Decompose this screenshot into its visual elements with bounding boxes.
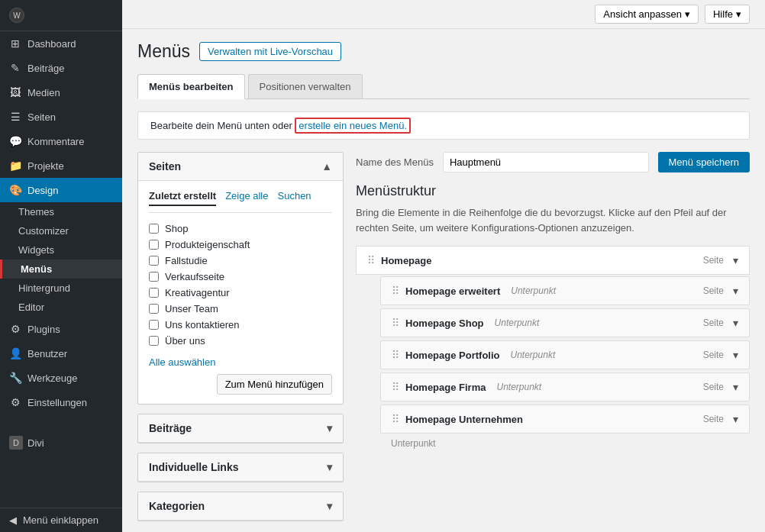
checkbox-shop[interactable]	[149, 224, 159, 234]
drag-handle-icon[interactable]: ⠿	[392, 317, 399, 329]
kategorien-title: Kategorien	[149, 500, 205, 512]
checkbox-fallstudie[interactable]	[149, 256, 159, 266]
sidebar-item-medien[interactable]: 🖼 Medien	[0, 80, 122, 105]
menu-item-homepage-title: Homepage	[381, 255, 431, 266]
dashboard-icon: ⊞	[9, 37, 21, 50]
menu-item-unternehmen-right: Seite ▾	[703, 413, 738, 425]
sidebar-item-projekte[interactable]: 📁 Projekte	[0, 153, 122, 178]
menu-item-unternehmen-left: ⠿ Homepage Unternehmen	[392, 413, 523, 425]
sidebar-sub-widgets[interactable]: Widgets	[0, 240, 122, 260]
menu-structure-title: Menüstruktur	[356, 183, 750, 199]
tab-menues-bearbeiten[interactable]: Menüs bearbeiten	[137, 74, 245, 99]
menu-item-homepage-erweitert: ⠿ Homepage erweitert Unterpunkt Seite ▾	[380, 276, 750, 305]
kategorien-toggle[interactable]: ▾	[327, 500, 332, 512]
zum-menue-hinzufuegen-button[interactable]: Zum Menü hinzufügen	[217, 374, 332, 395]
seiten-item-fallstudie: Fallstudie	[149, 253, 332, 269]
seiten-item-shop: Shop	[149, 221, 332, 237]
checkbox-kreativagentur[interactable]	[149, 288, 159, 298]
unternehmen-subtitle-standalone: Unterpunkt	[380, 437, 750, 450]
drag-handle-icon[interactable]: ⠿	[392, 381, 399, 393]
label-kreativagentur: Kreativagentur	[165, 287, 230, 298]
individuelle-links-toggle[interactable]: ▾	[327, 461, 332, 473]
collapse-menu-button[interactable]: ◀ Menü einklappen	[0, 508, 122, 532]
dropdown-arrow-icon: ▾	[685, 8, 690, 20]
label-ueber-uns: Über uns	[165, 335, 205, 347]
sidebar-sub-themes[interactable]: Themes	[0, 202, 122, 221]
main-content: Ansicht anpassen ▾ Hilfe ▾ Menüs Verwalt…	[122, 0, 765, 532]
sidebar-item-divi[interactable]: D Divi	[0, 430, 122, 456]
sidebar-item-benutzer[interactable]: 👤 Benutzer	[0, 341, 122, 366]
sidebar-sub-hintergrund[interactable]: Hintergrund	[0, 279, 122, 298]
notice-text: Bearbeite dein Menü unten oder	[150, 120, 295, 131]
live-preview-button[interactable]: Verwalten mit Live-Vorschau	[199, 42, 341, 61]
sidebar-item-werkzeuge[interactable]: 🔧 Werkzeuge	[0, 366, 122, 390]
drag-handle-icon[interactable]: ⠿	[367, 254, 375, 266]
menu-name-label: Name des Menüs	[356, 156, 434, 168]
seiten-panel: Seiten ▲ Zuletzt erstellt Zeige alle Suc…	[137, 152, 344, 405]
tab-suchen[interactable]: Suchen	[278, 190, 311, 206]
sidebar-bottom: ◀ Menü einklappen	[0, 508, 122, 532]
sidebar-item-dashboard[interactable]: ⊞ Dashboard	[0, 31, 122, 56]
menue-speichern-button[interactable]: Menü speichern	[658, 152, 750, 172]
sidebar-item-plugins[interactable]: ⚙ Plugins	[0, 317, 122, 341]
sidebar-item-beitraege[interactable]: ✎ Beiträge	[0, 56, 122, 80]
checkbox-verkaufsseite[interactable]	[149, 272, 159, 282]
sidebar-item-seiten[interactable]: ☰ Seiten	[0, 105, 122, 129]
create-menu-link[interactable]: erstelle ein neues Menü.	[295, 118, 411, 134]
menu-item-firma-expand[interactable]: ▾	[733, 381, 738, 393]
menu-item-portfolio-type: Seite	[703, 350, 724, 360]
hilfe-button[interactable]: Hilfe ▾	[705, 5, 750, 24]
seiten-panel-toggle[interactable]: ▲	[321, 160, 332, 172]
checkbox-uns-kontaktieren[interactable]	[149, 320, 159, 330]
menu-item-portfolio-expand[interactable]: ▾	[733, 349, 738, 361]
seiten-panel-links: Alle auswählen	[149, 356, 332, 368]
sidebar-item-label: Werkzeuge	[27, 372, 78, 384]
plugins-icon: ⚙	[9, 323, 21, 335]
beitraege-panel: Beiträge ▾	[137, 414, 344, 443]
drag-handle-icon[interactable]: ⠿	[392, 349, 399, 361]
tab-positionen-verwalten[interactable]: Positionen verwalten	[248, 74, 363, 98]
menu-item-homepage-expand[interactable]: ▾	[733, 254, 738, 266]
page-header: Menüs Verwalten mit Live-Vorschau	[137, 41, 750, 62]
sidebar-item-label: Beiträge	[27, 63, 64, 74]
drag-handle-icon[interactable]: ⠿	[392, 413, 399, 425]
checkbox-ueber-uns[interactable]	[149, 336, 159, 346]
label-fallstudie: Fallstudie	[165, 255, 208, 266]
checkbox-produkteigenschaft[interactable]	[149, 240, 159, 250]
sidebar-sub-menues[interactable]: Menüs	[0, 260, 122, 279]
menu-item-unternehmen-type: Seite	[703, 414, 724, 424]
beitraege-icon: ✎	[9, 62, 21, 74]
sidebar-item-einstellungen[interactable]: ⚙ Einstellungen	[0, 390, 122, 414]
sidebar-item-label: Projekte	[27, 160, 64, 172]
sidebar-item-label: Einstellungen	[27, 397, 87, 408]
beitraege-panel-toggle[interactable]: ▾	[327, 422, 332, 434]
tab-alle[interactable]: Zeige alle	[225, 190, 268, 206]
checkbox-unser-team[interactable]	[149, 304, 159, 314]
menu-item-shop-type: Seite	[703, 318, 724, 328]
menu-name-input[interactable]	[443, 152, 649, 172]
werkzeuge-icon: 🔧	[9, 372, 21, 384]
kategorien-panel-header: Kategorien ▾	[138, 492, 343, 521]
beitraege-panel-header: Beiträge ▾	[138, 414, 343, 443]
kategorien-panel: Kategorien ▾	[137, 492, 344, 521]
individuelle-links-panel: Individuelle Links ▾	[137, 453, 344, 482]
drag-handle-icon[interactable]: ⠿	[392, 285, 399, 297]
menu-item-unternehmen-expand[interactable]: ▾	[733, 413, 738, 425]
sidebar-item-label: Dashboard	[27, 38, 76, 50]
sidebar-sub-customizer[interactable]: Customizer	[0, 221, 122, 240]
menu-item-homepage-right: Seite ▾	[703, 254, 738, 266]
menu-item-homepage-unternehmen: ⠿ Homepage Unternehmen Seite ▾	[380, 405, 750, 434]
projekte-icon: 📁	[9, 160, 21, 172]
sidebar-sub-editor[interactable]: Editor	[0, 298, 122, 317]
alle-auswaehlen-link[interactable]: Alle auswählen	[149, 356, 215, 368]
tab-zuletzt[interactable]: Zuletzt erstellt	[149, 190, 216, 206]
ansicht-anpassen-button[interactable]: Ansicht anpassen ▾	[595, 5, 699, 24]
menu-item-shop-expand[interactable]: ▾	[733, 317, 738, 329]
label-shop: Shop	[165, 223, 188, 234]
sidebar-item-kommentare[interactable]: 💬 Kommentare	[0, 129, 122, 153]
page-title: Menüs	[137, 41, 190, 62]
menu-item-erweitert-subtitle: Unterpunkt	[511, 285, 556, 296]
menu-item-erweitert-expand[interactable]: ▾	[733, 285, 738, 297]
sidebar-item-design[interactable]: 🎨 Design	[0, 178, 122, 202]
label-uns-kontaktieren: Uns kontaktieren	[165, 319, 240, 330]
